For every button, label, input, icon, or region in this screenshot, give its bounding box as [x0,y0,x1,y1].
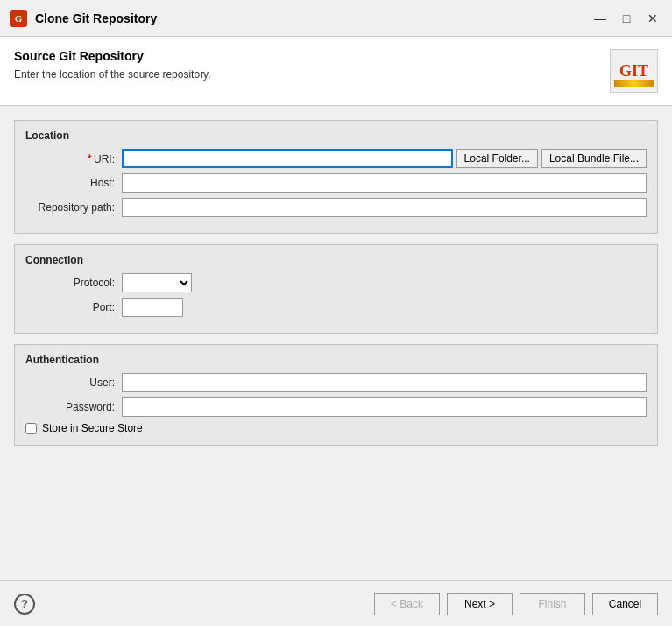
section-description: Enter the location of the source reposit… [14,68,211,81]
dialog-footer: ? < Back Next > Finish Cancel [0,580,672,626]
user-label: User: [25,376,122,389]
next-button[interactable]: Next > [447,593,513,615]
close-button[interactable]: ✕ [642,8,663,29]
header-text: Source Git Repository Enter the location… [14,49,211,81]
dialog-content: Location *URI: Local Folder... Local Bun… [0,106,672,580]
dialog-body: Source Git Repository Enter the location… [0,37,672,626]
protocol-row: Protocol: ssh git http https ftp ftps [25,273,647,292]
repo-path-row: Repository path: [25,198,647,217]
uri-buttons: Local Folder... Local Bundle File... [456,149,647,168]
back-button[interactable]: < Back [374,593,440,615]
host-label: Host: [25,177,122,189]
uri-input[interactable] [122,149,453,168]
port-row: Port: [25,298,647,317]
maximize-button[interactable]: □ [616,8,637,29]
repo-path-input[interactable] [122,198,647,217]
user-input[interactable] [122,373,647,392]
secure-store-row: Store in Secure Store [25,422,647,434]
authentication-label: Authentication [25,354,647,366]
footer-buttons: < Back Next > Finish Cancel [374,593,658,615]
local-folder-button[interactable]: Local Folder... [456,149,538,168]
password-row: Password: [25,397,647,417]
port-input[interactable] [122,298,183,317]
secure-store-checkbox[interactable] [25,423,37,434]
password-input[interactable] [122,397,647,417]
secure-store-label[interactable]: Store in Secure Store [42,422,143,434]
authentication-section: Authentication User: Password: Store in … [14,344,658,446]
user-row: User: [25,373,647,392]
uri-label: *URI: [25,151,122,165]
connection-label: Connection [25,254,647,266]
required-dot: * [88,151,92,165]
password-label: Password: [25,401,122,413]
section-title: Source Git Repository [14,49,211,63]
help-button[interactable]: ? [14,594,35,615]
protocol-label: Protocol: [25,277,122,289]
minimize-button[interactable]: — [590,8,611,29]
local-bundle-button[interactable]: Local Bundle File... [541,149,647,168]
dialog-header: Source Git Repository Enter the location… [0,37,672,106]
svg-text:G: G [15,13,23,24]
finish-button[interactable]: Finish [520,593,585,615]
protocol-select[interactable]: ssh git http https ftp ftps [122,273,192,292]
git-logo: GIT [610,49,658,93]
git-logo-bar [614,80,654,87]
window-title: Clone Git Repository [35,11,590,25]
location-label: Location [25,130,647,142]
window-controls: — □ ✕ [590,8,663,29]
git-logo-text: GIT [619,62,648,81]
title-bar: G Clone Git Repository — □ ✕ [0,0,672,37]
uri-row: *URI: Local Folder... Local Bundle File.… [25,149,647,168]
location-section: Location *URI: Local Folder... Local Bun… [14,120,658,234]
port-label: Port: [25,301,122,313]
app-icon: G [9,9,28,28]
connection-section: Connection Protocol: ssh git http https … [14,244,658,334]
host-input[interactable] [122,173,647,193]
repo-path-label: Repository path: [25,201,122,214]
host-row: Host: [25,173,647,193]
cancel-button[interactable]: Cancel [592,593,658,615]
